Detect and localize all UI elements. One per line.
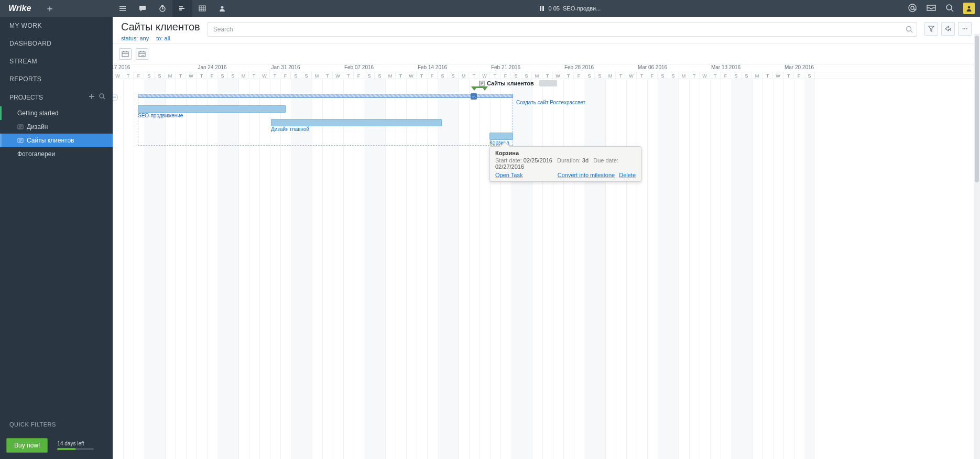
expand-all-button[interactable]: [136, 48, 148, 60]
nav-stream[interactable]: STREAM: [0, 52, 113, 70]
day-cell: M: [679, 72, 689, 79]
timeline-view-icon[interactable]: [172, 0, 192, 17]
project-gallery[interactable]: Фотогалереи: [0, 147, 113, 161]
day-cell: W: [113, 72, 123, 79]
vertical-scrollbar[interactable]: [974, 34, 980, 459]
day-cell: S: [301, 72, 312, 79]
filter-status[interactable]: status: any: [121, 35, 149, 41]
day-cell: T: [417, 72, 427, 79]
day-cell: S: [521, 72, 532, 79]
chat-icon[interactable]: [133, 0, 153, 17]
buy-now-button[interactable]: Buy now!: [6, 438, 48, 453]
day-cell: S: [595, 72, 605, 79]
day-cell: F: [354, 72, 364, 79]
tooltip-title: Корзина: [495, 150, 636, 156]
day-cell: T: [616, 72, 626, 79]
avatar[interactable]: [963, 3, 975, 14]
day-cell: W: [480, 72, 490, 79]
add-project-icon[interactable]: [89, 93, 95, 101]
project-client-sites[interactable]: Сайты клиентов: [0, 134, 113, 147]
search-icon[interactable]: [945, 4, 954, 14]
project-item-label: Сайты клиентов: [27, 137, 74, 144]
summary-bar[interactable]: −: [138, 94, 513, 98]
project-design[interactable]: Дизайн: [0, 120, 113, 134]
svg-point-3: [911, 6, 914, 9]
day-cell: W: [259, 72, 270, 79]
timeline: in 17 2016Jan 24 2016Jan 31 2016Feb 07 2…: [113, 64, 980, 459]
day-cell: S: [217, 72, 228, 79]
nav-reports[interactable]: REPORTS: [0, 70, 113, 88]
topbar-view-icons: [113, 0, 232, 17]
day-cell: M: [312, 72, 322, 79]
task-bar-cart[interactable]: [489, 133, 513, 140]
week-label: Jan 24 2016: [198, 64, 226, 70]
svg-point-2: [909, 4, 916, 12]
svg-point-4: [946, 5, 952, 10]
tooltip-delete[interactable]: Delete: [619, 172, 636, 178]
day-cell: S: [375, 72, 385, 79]
nav-my-work[interactable]: MY WORK: [0, 17, 113, 35]
week-label: Feb 28 2016: [564, 64, 594, 70]
day-cell: S: [438, 72, 448, 79]
day-cell: F: [721, 72, 731, 79]
day-cell: S: [155, 72, 165, 79]
task-bar-seo[interactable]: [138, 105, 286, 113]
quick-filters-header[interactable]: QUICK FILTERS: [0, 415, 113, 434]
table-view-icon[interactable]: [192, 0, 212, 17]
menu-icon[interactable]: [113, 0, 133, 17]
search-field-icon[interactable]: [906, 26, 913, 33]
day-cell: W: [626, 72, 637, 79]
day-cell: F: [207, 72, 217, 79]
new-button[interactable]: ＋: [42, 2, 58, 15]
day-cell: S: [448, 72, 459, 79]
day-cell: F: [280, 72, 291, 79]
project-getting-started[interactable]: Getting started: [0, 106, 113, 120]
topbar-right: [908, 3, 980, 14]
day-cell: F: [647, 72, 658, 79]
week-label: Feb 21 2016: [491, 64, 520, 70]
day-cell: W: [700, 72, 710, 79]
day-cell: T: [490, 72, 500, 79]
inbox-icon[interactable]: [927, 4, 936, 13]
day-cell: M: [238, 72, 249, 79]
day-cell: T: [249, 72, 259, 79]
tooltip-open-task[interactable]: Open Task: [495, 172, 522, 178]
user-icon[interactable]: [212, 0, 232, 17]
project-item-label: Фотогалереи: [17, 150, 55, 158]
timer-elapsed: 0 05: [549, 5, 560, 12]
day-cell: S: [658, 72, 668, 79]
summary-bar-label: Создать сайт Ростехрассвет: [516, 100, 585, 105]
more-button[interactable]: [958, 22, 972, 36]
tooltip-convert-milestone[interactable]: Convert into milestone: [558, 172, 615, 178]
topbar-timer-display[interactable]: 0 05 SEO-продви...: [232, 5, 908, 12]
share-button[interactable]: [941, 22, 955, 36]
search-projects-icon[interactable]: [99, 93, 105, 101]
group-label[interactable]: Сайты клиентов: [479, 80, 557, 86]
day-cell: S: [804, 72, 815, 79]
main: Сайты клиентов status: any to: all in 17…: [113, 17, 980, 459]
day-cell: T: [343, 72, 354, 79]
day-cell: T: [176, 72, 186, 79]
collapse-all-button[interactable]: [119, 48, 132, 60]
nav-dashboard[interactable]: DASHBOARD: [0, 35, 113, 52]
filter-to[interactable]: to: all: [156, 35, 170, 41]
timer-icon[interactable]: [153, 0, 172, 17]
summary-handle[interactable]: −: [471, 93, 477, 100]
group-brace: [474, 86, 485, 92]
day-cell: M: [165, 72, 176, 79]
task-bar-design[interactable]: [271, 119, 442, 126]
nav-projects-header[interactable]: PROJECTS: [0, 88, 113, 106]
mentions-icon[interactable]: [908, 3, 917, 14]
folder-icon: [17, 124, 24, 130]
day-cell: T: [763, 72, 773, 79]
day-cell: T: [563, 72, 574, 79]
day-cell: W: [553, 72, 563, 79]
top-bar: Wrike ＋ 0 05 SEO-продви...: [0, 0, 980, 17]
search-input[interactable]: [208, 22, 917, 37]
filter-button[interactable]: [924, 22, 938, 36]
week-label: Feb 14 2016: [418, 64, 447, 70]
week-label: in 17 2016: [113, 64, 130, 70]
day-cell: T: [123, 72, 134, 79]
timer-task-name: SEO-продви...: [563, 5, 601, 12]
project-item-label: Getting started: [17, 110, 59, 117]
